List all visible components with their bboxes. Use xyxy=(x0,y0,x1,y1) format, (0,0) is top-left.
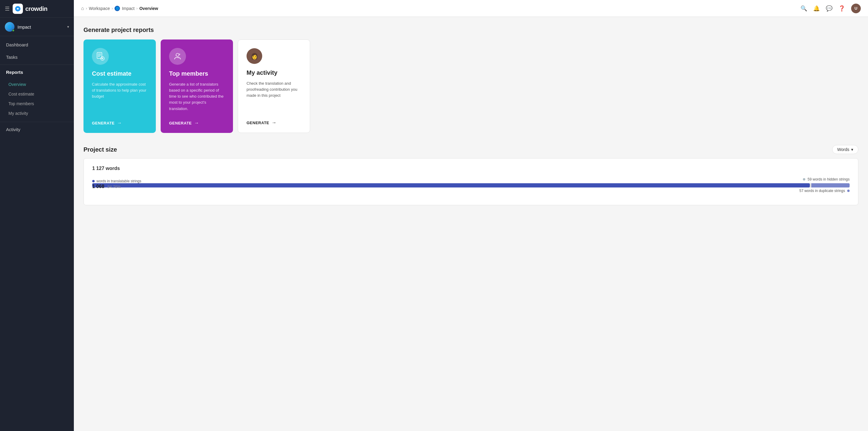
hidden-dot xyxy=(803,178,805,181)
svg-point-1 xyxy=(17,8,19,10)
cost-estimate-generate-button[interactable]: GENERATE → xyxy=(92,120,147,126)
sidebar: ☰ crowdin 🌐 Impact ▾ Dashboard Tasks xyxy=(0,0,74,431)
top-members-card: Top members Generate a list of translato… xyxy=(161,39,233,133)
words-dropdown-chevron-icon: ▾ xyxy=(851,147,853,152)
page-content: Generate project reports Cost estim xyxy=(74,17,868,431)
bar-container: 59 words in hidden strings 57 words in d… xyxy=(92,177,849,193)
app-name: crowdin xyxy=(25,5,47,12)
bar-annotation-bottom: words in translatable strings 1 068 94.7… xyxy=(92,177,141,189)
sidebar-header: ☰ crowdin xyxy=(0,0,74,18)
sidebar-item-my-activity[interactable]: My activity xyxy=(0,109,74,118)
translatable-pct: 94.76% xyxy=(107,184,121,189)
my-activity-avatar: 👩 xyxy=(247,48,262,64)
my-activity-generate-button[interactable]: GENERATE → xyxy=(247,120,301,125)
sidebar-item-top-members[interactable]: Top members xyxy=(0,99,74,109)
translatable-dot xyxy=(92,180,95,182)
my-activity-generate-label: GENERATE xyxy=(247,121,269,125)
cost-estimate-card: Cost estimate Calculate the approximate … xyxy=(84,39,156,133)
duplicate-label-row: 57 words in duplicate strings xyxy=(92,189,849,193)
words-dropdown[interactable]: Words ▾ xyxy=(832,145,858,154)
report-cards: Cost estimate Calculate the approximate … xyxy=(84,39,858,133)
my-activity-arrow-icon: → xyxy=(272,120,277,125)
translatable-label: words in translatable strings xyxy=(96,179,141,183)
home-icon[interactable]: ⌂ xyxy=(81,6,84,11)
my-activity-card: 👩 My activity Check the translation and … xyxy=(238,39,310,133)
sidebar-item-activity[interactable]: Activity xyxy=(0,123,74,135)
nav-divider-2 xyxy=(0,122,74,122)
svg-point-9 xyxy=(176,53,179,56)
messages-icon[interactable]: 💬 xyxy=(826,5,832,12)
cost-estimate-generate-label: GENERATE xyxy=(92,121,115,125)
sidebar-item-tasks[interactable]: Tasks xyxy=(0,51,74,63)
breadcrumb: ⌂ › Workspace › 🌐 Impact › Overview xyxy=(81,6,801,11)
cost-estimate-svg xyxy=(96,52,105,61)
my-activity-label: My activity xyxy=(8,111,28,116)
notifications-icon[interactable]: 🔔 xyxy=(813,5,820,12)
translatable-row: words in translatable strings xyxy=(92,179,141,183)
sidebar-item-reports[interactable]: Reports xyxy=(0,66,74,79)
top-members-label: Top members xyxy=(8,101,34,106)
nav-section-main: Dashboard Tasks Reports Overview Cost es… xyxy=(0,36,74,138)
breadcrumb-impact[interactable]: Impact xyxy=(122,6,134,11)
top-members-generate-label: GENERATE xyxy=(169,121,192,125)
section-title-reports: Generate project reports xyxy=(84,27,858,33)
size-total: 1 127 words xyxy=(92,166,849,171)
topbar: ⌂ › Workspace › 🌐 Impact › Overview 🔍 🔔 … xyxy=(74,0,868,17)
tasks-label: Tasks xyxy=(6,55,18,60)
hamburger-icon[interactable]: ☰ xyxy=(5,5,10,12)
breadcrumb-sep-1: › xyxy=(86,6,87,10)
project-status-dot xyxy=(12,29,14,32)
duplicate-strings-label: 57 words in duplicate strings xyxy=(799,189,849,193)
project-size-header: Project size Words ▾ xyxy=(84,145,858,154)
top-members-desc: Generate a list of translators based on … xyxy=(169,81,224,114)
reports-label: Reports xyxy=(6,70,23,75)
project-selector[interactable]: 🌐 Impact ▾ xyxy=(0,18,74,36)
size-total-value: 1 127 words xyxy=(92,166,120,171)
bar-track xyxy=(92,183,849,187)
top-members-svg xyxy=(173,52,182,61)
cost-estimate-icon xyxy=(92,48,109,65)
top-members-icon xyxy=(169,48,186,65)
hidden-strings-label: 59 words in hidden strings xyxy=(803,177,849,181)
sidebar-item-dashboard[interactable]: Dashboard xyxy=(0,38,74,51)
bar-labels-right: 59 words in hidden strings xyxy=(92,177,849,181)
bar-fill-main xyxy=(92,183,810,187)
cost-estimate-arrow-icon: → xyxy=(117,120,122,126)
cost-estimate-desc: Calculate the approximate cost of transl… xyxy=(92,81,147,114)
activity-label: Activity xyxy=(6,127,21,132)
chevron-down-icon: ▾ xyxy=(67,25,69,29)
sidebar-item-cost-estimate[interactable]: Cost estimate xyxy=(0,89,74,99)
top-members-arrow-icon: → xyxy=(194,120,199,126)
main-area: ⌂ › Workspace › 🌐 Impact › Overview 🔍 🔔 … xyxy=(74,0,868,431)
reports-sub-nav: Overview Cost estimate Top members My ac… xyxy=(0,79,74,121)
svg-point-10 xyxy=(179,54,180,55)
topbar-actions: 🔍 🔔 💬 ❓ U xyxy=(801,4,861,13)
bar-fill-secondary xyxy=(811,183,849,187)
words-dropdown-label: Words xyxy=(837,147,849,152)
project-globe-icon: 🌐 xyxy=(115,6,120,11)
crowdin-logo-box xyxy=(13,4,23,14)
sidebar-item-overview[interactable]: Overview xyxy=(0,80,74,89)
project-size-card: 1 127 words 59 words in hidden strings 5… xyxy=(84,158,858,205)
crowdin-logo-svg xyxy=(14,5,21,12)
logo-area: crowdin xyxy=(13,4,47,14)
cost-estimate-title: Cost estimate xyxy=(92,70,147,77)
top-members-title: Top members xyxy=(169,70,224,77)
breadcrumb-sep-3: › xyxy=(136,6,137,10)
top-members-generate-button[interactable]: GENERATE → xyxy=(169,120,224,126)
help-icon[interactable]: ❓ xyxy=(838,5,845,12)
nav-divider-1 xyxy=(0,64,74,65)
svg-point-11 xyxy=(176,56,177,56)
user-avatar[interactable]: U xyxy=(851,4,861,13)
breadcrumb-current: Overview xyxy=(139,6,158,11)
project-size-title: Project size xyxy=(84,146,117,153)
translatable-value-row: 1 068 94.76% xyxy=(92,184,141,189)
project-avatar: 🌐 xyxy=(5,22,14,32)
search-icon[interactable]: 🔍 xyxy=(801,5,807,12)
translatable-value: 1 068 xyxy=(92,184,104,189)
my-activity-title: My activity xyxy=(247,69,301,76)
duplicate-dot xyxy=(847,190,849,192)
cost-estimate-label: Cost estimate xyxy=(8,92,34,96)
project-name: Impact xyxy=(18,24,64,30)
breadcrumb-workspace[interactable]: Workspace xyxy=(89,6,110,11)
